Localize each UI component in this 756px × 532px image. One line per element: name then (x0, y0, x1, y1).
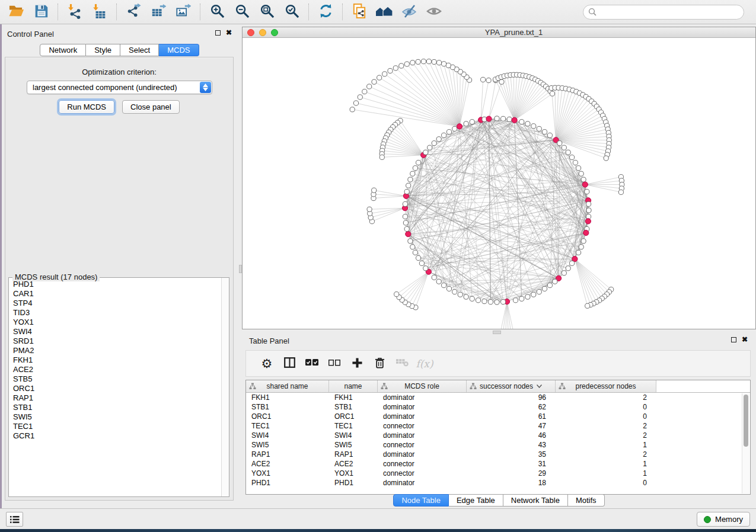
mcds-result-node[interactable]: SWI5 (9, 412, 221, 422)
mcds-result-node[interactable]: TEC1 (9, 422, 221, 431)
show-all-button[interactable] (422, 2, 446, 22)
column-type-icon (470, 383, 477, 390)
select-all-columns-button[interactable] (301, 352, 323, 375)
cell-successor-nodes: 43 (467, 440, 556, 450)
cell-MCDS-role: connector (378, 440, 467, 450)
show-columns-button[interactable] (278, 352, 301, 375)
cell-successor-nodes: 96 (467, 393, 556, 402)
table-scrollbar[interactable] (742, 393, 749, 493)
mcds-result-node[interactable]: STB5 (9, 374, 221, 384)
memory-button[interactable]: Memory (697, 512, 750, 527)
mcds-result-node[interactable]: PMA2 (9, 346, 221, 355)
hide-selected-button[interactable] (397, 2, 422, 22)
cell-MCDS-role: dominator (378, 478, 467, 488)
mcds-result-node[interactable]: SWI4 (9, 327, 221, 336)
control-panel-title: Control Panel (7, 30, 54, 39)
mcds-result-node[interactable]: ACE2 (9, 365, 221, 374)
tab-edge-table[interactable]: Edge Table (449, 494, 503, 507)
table-row[interactable]: SWI5SWI5connector431 (246, 440, 750, 450)
zoom-out-button[interactable] (229, 2, 254, 22)
table-row[interactable]: ACE2ACE2connector311 (246, 459, 750, 469)
cell-MCDS-role: dominator (378, 393, 467, 402)
settings-button[interactable]: ⚙ (256, 352, 278, 375)
zoom-window-button[interactable] (271, 29, 278, 36)
float-panel-icon[interactable] (215, 30, 221, 36)
mcds-result-node[interactable]: CAR1 (9, 289, 221, 299)
close-table-panel-icon[interactable]: ✖ (742, 336, 748, 342)
refresh-button[interactable] (313, 2, 338, 22)
network-graph-canvas[interactable] (243, 38, 755, 329)
optimization-criterion-dropdown[interactable]: largest connected component (undirected) (27, 81, 212, 94)
tab-network-table[interactable]: Network Table (503, 494, 568, 507)
export-network-button[interactable] (121, 2, 146, 22)
column-header-name[interactable]: name (329, 380, 378, 392)
column-header-successor-nodes[interactable]: successor nodes (467, 380, 556, 392)
mcds-result-node[interactable]: YOX1 (9, 318, 221, 327)
open-file-button[interactable] (4, 2, 28, 22)
column-header-shared-name[interactable]: shared name (246, 380, 329, 392)
close-window-button[interactable] (247, 29, 254, 36)
tab-style[interactable]: Style (86, 44, 120, 56)
add-column-icon (352, 358, 362, 370)
table-row[interactable]: RAP1RAP1dominator352 (246, 450, 750, 459)
mcds-result-node[interactable]: ORC1 (9, 384, 221, 393)
table-row[interactable]: ORC1ORC1dominator610 (246, 412, 750, 421)
table-row[interactable]: YOX1YOX1connector291 (246, 469, 750, 478)
panel-list-button[interactable] (6, 512, 23, 527)
table-panel: Table Panel ✖ ⚙f(x) shared namenameMCDS … (242, 335, 756, 508)
save-session-button[interactable] (28, 2, 53, 22)
zoom-selected-button[interactable] (279, 2, 304, 22)
mcds-result-node[interactable]: PHD1 (9, 280, 221, 289)
list-icon (10, 515, 20, 524)
minimize-window-button[interactable] (259, 29, 266, 36)
mcds-result-node[interactable]: FKH1 (9, 355, 221, 365)
zoom-in-button[interactable] (205, 2, 229, 22)
table-row[interactable]: TEC1TEC1connector472 (246, 421, 750, 431)
table-row[interactable]: SWI4SWI4dominator462 (246, 431, 750, 440)
tab-network[interactable]: Network (40, 44, 86, 56)
mcds-result-node[interactable]: STB1 (9, 403, 221, 412)
mcds-tab-content: Optimization criterion: largest connecte… (5, 57, 234, 501)
result-list-scrollbar[interactable] (221, 278, 229, 496)
table-scrollbar-thumb[interactable] (744, 395, 748, 447)
tab-motifs[interactable]: Motifs (568, 494, 605, 507)
duplicate-network-button[interactable] (347, 2, 372, 22)
mcds-result-node[interactable]: STP4 (9, 299, 221, 308)
cell-MCDS-role: connector (378, 469, 467, 478)
mcds-result-node[interactable]: TID3 (9, 308, 221, 318)
status-bar: Memory (0, 508, 756, 529)
column-header-predecessor-nodes[interactable]: predecessor nodes (556, 380, 656, 392)
zoom-fit-button[interactable] (254, 2, 279, 22)
mcds-result-node[interactable]: GCR1 (9, 431, 221, 441)
add-column-button[interactable] (346, 352, 368, 375)
toolbar-separator (200, 4, 200, 20)
first-neighbors-button[interactable] (372, 2, 397, 22)
mcds-result-node[interactable]: RAP1 (9, 393, 221, 403)
float-table-panel-icon[interactable] (731, 337, 736, 342)
search-input[interactable] (583, 5, 744, 20)
run-mcds-button[interactable]: Run MCDS (59, 100, 114, 114)
import-network-button[interactable] (62, 2, 87, 22)
close-panel-icon[interactable]: ✖ (226, 30, 232, 36)
horizontal-splitter-handle[interactable] (493, 331, 501, 334)
table-row[interactable]: FKH1FKH1dominator962 (246, 393, 750, 402)
cell-predecessor-nodes: 2 (556, 393, 656, 402)
cell-name: FKH1 (329, 393, 378, 402)
column-header-MCDS-role[interactable]: MCDS role (378, 380, 467, 392)
mcds-result-node[interactable]: SRD1 (9, 336, 221, 346)
tab-select[interactable]: Select (120, 44, 159, 56)
export-image-button[interactable] (171, 2, 196, 22)
delete-table-icon (396, 358, 409, 368)
tab-mcds[interactable]: MCDS (159, 44, 199, 56)
cell-successor-nodes: 35 (467, 450, 556, 459)
tab-node-table[interactable]: Node Table (393, 494, 449, 507)
table-row[interactable]: PHD1PHD1dominator180 (246, 478, 750, 488)
export-table-button[interactable] (146, 2, 171, 22)
close-panel-button[interactable]: Close panel (122, 100, 180, 114)
deselect-all-columns-button[interactable] (323, 352, 346, 375)
table-row[interactable]: STB1STB1dominator620 (246, 402, 750, 412)
delete-column-button[interactable] (368, 352, 391, 375)
toolbar-separator (116, 4, 117, 20)
search-icon (588, 8, 596, 18)
import-table-button[interactable] (87, 2, 112, 22)
